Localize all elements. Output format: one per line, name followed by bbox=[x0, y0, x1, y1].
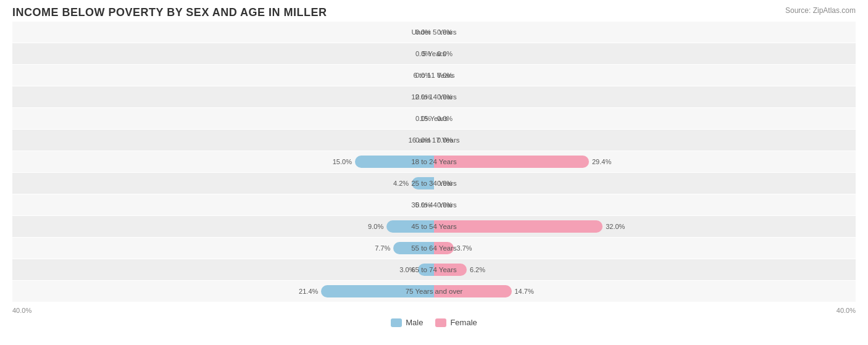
legend-female-box bbox=[435, 318, 446, 327]
left-section: 0.0% bbox=[12, 43, 434, 64]
source-text: Source: ZipAtlas.com bbox=[785, 6, 856, 15]
chart-area: 0.0%Under 5 Years0.0%0.0%5 Years0.0%0.0%… bbox=[12, 22, 856, 306]
bar-male bbox=[386, 220, 434, 233]
left-section: 7.7% bbox=[12, 238, 434, 259]
table-row: 0.0%15 Years0.0% bbox=[12, 108, 856, 129]
right-section: 0.0% bbox=[434, 130, 856, 151]
right-section: 14.7% bbox=[434, 281, 856, 302]
bar-value-left: 4.2% bbox=[393, 180, 409, 187]
bar-value-right: 6.2% bbox=[470, 266, 485, 273]
bar-female bbox=[434, 285, 512, 297]
right-section: 0.0% bbox=[434, 194, 856, 215]
table-row: 21.4%75 Years and over14.7% bbox=[12, 281, 856, 302]
legend: Male Female bbox=[12, 318, 856, 327]
bar-value-left-zero: 0.0% bbox=[415, 201, 431, 209]
right-section: 0.0% bbox=[434, 108, 856, 129]
axis-labels: 40.0% 40.0% bbox=[12, 307, 856, 314]
bar-female bbox=[434, 242, 454, 254]
legend-male-label: Male bbox=[406, 318, 423, 327]
bar-value-left: 21.4% bbox=[299, 288, 318, 295]
table-row: 0.0%12 to 14 Years0.0% bbox=[12, 86, 856, 107]
right-section: 3.7% bbox=[434, 238, 856, 259]
table-row: 0.0%16 and 17 Years0.0% bbox=[12, 130, 856, 151]
legend-male: Male bbox=[391, 318, 423, 327]
bar-male bbox=[418, 264, 434, 276]
left-section: 0.0% bbox=[12, 86, 434, 107]
left-section: 0.0% bbox=[12, 65, 434, 86]
bar-value-left: 15.0% bbox=[333, 158, 352, 165]
right-section: 6.2% bbox=[434, 259, 856, 280]
bar-value-right: 14.7% bbox=[515, 288, 534, 295]
bar-value-left-zero: 0.0% bbox=[415, 72, 431, 79]
left-section: 15.0% bbox=[12, 151, 434, 172]
left-section: 21.4% bbox=[12, 281, 434, 302]
bar-value-right-zero: 0.0% bbox=[437, 28, 453, 36]
table-row: 0.0%Under 5 Years0.0% bbox=[12, 22, 856, 43]
table-row: 3.0%65 to 74 Years6.2% bbox=[12, 259, 856, 280]
bar-value-right-zero: 0.0% bbox=[437, 136, 453, 144]
bar-value-right: 3.7% bbox=[457, 244, 472, 252]
table-row: 0.0%5 Years0.0% bbox=[12, 43, 856, 64]
table-row: 15.0%18 to 24 Years29.4% bbox=[12, 151, 856, 172]
bar-value-right-zero: 0.0% bbox=[437, 180, 453, 187]
bar-value-right-zero: 0.0% bbox=[437, 115, 453, 122]
right-section: 29.4% bbox=[434, 151, 856, 172]
bar-value-left-zero: 0.0% bbox=[415, 93, 431, 101]
chart-container: INCOME BELOW POVERTY BY SEX AND AGE IN M… bbox=[0, 0, 868, 345]
legend-male-box bbox=[391, 318, 402, 327]
right-section: 0.0% bbox=[434, 65, 856, 86]
axis-left-max: 40.0% bbox=[12, 307, 31, 314]
bar-value-left: 9.0% bbox=[368, 223, 383, 230]
bar-male bbox=[355, 156, 434, 168]
left-section: 9.0% bbox=[12, 216, 434, 237]
left-section: 0.0% bbox=[12, 108, 434, 129]
bar-value-right: 29.4% bbox=[592, 158, 611, 165]
bar-female bbox=[434, 264, 467, 276]
bar-female bbox=[434, 220, 603, 233]
chart-title: INCOME BELOW POVERTY BY SEX AND AGE IN M… bbox=[12, 6, 856, 19]
left-section: 3.0% bbox=[12, 259, 434, 280]
bar-value-right-zero: 0.0% bbox=[437, 201, 453, 209]
table-row: 0.0%6 to 11 Years0.0% bbox=[12, 65, 856, 86]
table-row: 7.7%55 to 64 Years3.7% bbox=[12, 238, 856, 259]
table-row: 0.0%35 to 44 Years0.0% bbox=[12, 194, 856, 215]
right-section: 0.0% bbox=[434, 86, 856, 107]
right-section: 32.0% bbox=[434, 216, 856, 237]
left-section: 0.0% bbox=[12, 130, 434, 151]
bar-female bbox=[434, 156, 589, 168]
right-section: 0.0% bbox=[434, 22, 856, 43]
bar-value-left-zero: 0.0% bbox=[415, 50, 431, 57]
bar-male bbox=[321, 285, 434, 297]
right-section: 0.0% bbox=[434, 173, 856, 194]
bar-value-right: 32.0% bbox=[606, 223, 625, 230]
table-row: 9.0%45 to 54 Years32.0% bbox=[12, 216, 856, 237]
left-section: 0.0% bbox=[12, 22, 434, 43]
bar-male bbox=[393, 242, 434, 254]
bar-male bbox=[412, 177, 434, 189]
legend-female-label: Female bbox=[450, 318, 477, 327]
left-section: 0.0% bbox=[12, 194, 434, 215]
bar-value-left-zero: 0.0% bbox=[415, 28, 431, 36]
bar-value-right-zero: 0.0% bbox=[437, 93, 453, 101]
axis-right-max: 40.0% bbox=[837, 307, 856, 314]
bar-value-right-zero: 0.0% bbox=[437, 50, 453, 57]
bar-value-left: 7.7% bbox=[375, 244, 390, 252]
left-section: 4.2% bbox=[12, 173, 434, 194]
bar-value-right-zero: 0.0% bbox=[437, 72, 453, 79]
bar-value-left: 3.0% bbox=[399, 266, 415, 273]
right-section: 0.0% bbox=[434, 43, 856, 64]
legend-female: Female bbox=[435, 318, 477, 327]
bar-value-left-zero: 0.0% bbox=[415, 115, 431, 122]
table-row: 4.2%25 to 34 Years0.0% bbox=[12, 173, 856, 194]
bar-value-left-zero: 0.0% bbox=[415, 136, 431, 144]
